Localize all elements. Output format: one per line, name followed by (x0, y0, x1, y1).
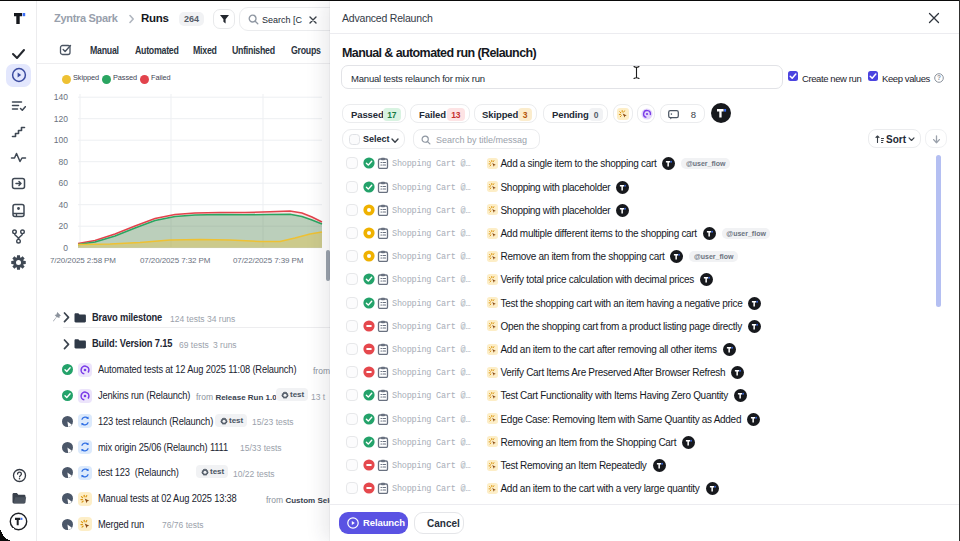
svg-text:?: ? (937, 74, 941, 81)
